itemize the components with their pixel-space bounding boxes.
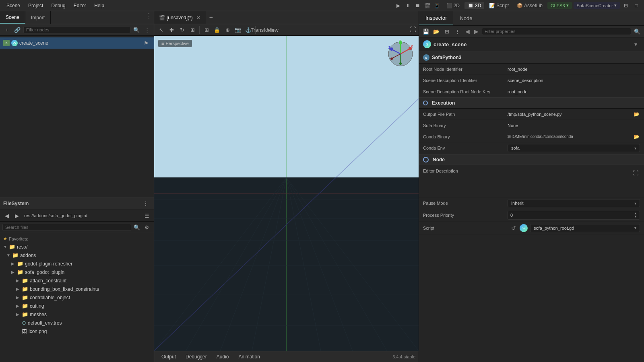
fullscreen-btn[interactable]: ⛶ [631,169,640,177]
snap-tool-button[interactable]: ⊞ [202,25,211,34]
view-2d-btn[interactable]: ⬛ 2D [443,2,463,9]
stepper-down[interactable]: ▼ [634,215,637,218]
fs-item-meshes[interactable]: ▶ 📁 meshes [0,310,154,319]
script-dropdown[interactable]: sofa_python_root.gd ▾ [530,224,640,232]
select-tool-button[interactable]: ↖ [157,25,165,34]
inspector-forward-btn[interactable]: ▶ [472,27,480,36]
rotate-tool-button[interactable]: ↻ [178,25,186,34]
menu-debug[interactable]: Debug [48,2,68,9]
filesystem-menu[interactable]: ⋮ [141,199,151,208]
version-label: 3.4.4.stable [392,354,415,359]
fs-item-env[interactable]: ▶ ⊙ default_env.tres [0,319,154,327]
fs-item-bbox[interactable]: ▶ 📁 bounding_box_fixed_constraints [0,285,154,293]
instance-button[interactable]: 🔗 [13,25,22,34]
scene-godot-icon: G [423,40,431,48]
fs-item-addons[interactable]: ▼ 📁 addons [0,251,154,259]
menu-scene[interactable]: Scene [3,2,23,9]
scene-creator-badge[interactable]: SofaSceneCreator ▾ [574,2,620,9]
view-script-btn[interactable]: 📝 Script [486,2,512,9]
fs-search-button[interactable]: 🔍 [132,223,141,232]
scene-flags-button[interactable]: ⚑ [142,39,151,47]
play-button[interactable]: ▶ [394,1,403,10]
play-scene-button[interactable]: 🎬 [423,1,432,10]
fs-forward-button[interactable]: ▶ [12,211,21,220]
tab-node[interactable]: Node [453,11,479,25]
search-nodes-button[interactable]: 🔍 [132,25,141,34]
inspector-more-btn[interactable]: ⋮ [453,27,462,36]
move-tool-button[interactable]: ✚ [167,25,176,34]
filter-nodes-input[interactable] [23,26,130,33]
menu-project[interactable]: Project [25,2,46,9]
node-section[interactable]: Node [419,154,644,165]
tab-close-button[interactable]: ✕ [196,14,201,21]
scene-expand-btn[interactable]: ▾ [631,40,640,49]
perspective-label[interactable]: ≡ Perspective [158,40,192,47]
filter-properties-input[interactable] [482,28,631,35]
folder-icon-meshes: 📁 [22,311,28,317]
add-node-button[interactable]: + [2,25,11,34]
tree-node-create-scene[interactable]: S G create_scene ⚑ [0,37,154,49]
fs-item-res[interactable]: ▼ 📁 res:// [0,243,154,251]
view-3d-btn[interactable]: 🔲 3D [464,2,484,9]
fs-item-icon[interactable]: ▶ 🖼 icon.png [0,327,154,335]
conda-env-dropdown[interactable]: sofa ▾ [508,144,640,152]
gizmo-widget[interactable]: Y X Z [386,40,415,68]
scene-panel-menu[interactable]: ⋮ [144,11,154,24]
prop-sofa-binary: Sofa Binary None [419,120,644,131]
fs-item-cutting[interactable]: ▶ 📁 cutting [0,302,154,310]
fs-filter-button[interactable]: ⚙ [142,223,151,232]
view-button[interactable]: View [268,25,277,34]
gles-badge[interactable]: GLES3 ▾ [547,2,572,9]
fs-back-button[interactable]: ◀ [2,211,11,220]
search-files-input[interactable] [2,224,131,231]
pause-mode-dropdown[interactable]: Inherit ▾ [508,199,640,207]
scale-tool-button[interactable]: ⊞ [188,25,197,34]
script-row: Script ↺ G sofa_python_root.gd ▾ [419,222,644,234]
menu-help[interactable]: Help [91,2,107,9]
fs-layout-button[interactable]: ☰ [142,211,151,220]
folder-icon-sofa: 📁 [17,269,23,275]
inspector-save-btn[interactable]: 💾 [421,27,430,36]
inspector-floppy-btn[interactable]: ⊟ [442,27,451,36]
viewport-expand-button[interactable]: ⛶ [410,26,416,33]
lock-button[interactable]: 🔒 [213,25,221,34]
prop-label-conda-binary: Conda Binary [423,134,508,139]
process-priority-stepper[interactable]: 0 ▲ ▼ [508,211,640,220]
fs-item-attach[interactable]: ▶ 📁 attach_constraint [0,276,154,285]
tab-scene[interactable]: Scene [0,11,25,24]
deploy-button[interactable]: 📱 [433,1,442,10]
fs-item-ctrl[interactable]: ▶ 📁 controllable_object [0,293,154,302]
viewport-canvas[interactable]: ≡ Perspective [154,36,419,351]
view-assetlib-btn[interactable]: 📦 AssetLib [514,2,546,9]
inspector-search-btn[interactable]: 🔍 [633,27,642,36]
prop-folder-btn-output[interactable]: 📂 [633,111,640,118]
tab-import[interactable]: Import [25,11,51,24]
viewport-tab-unsaved[interactable]: 🎬 [unsaved](*) ✕ [154,11,206,24]
tab-inspector[interactable]: Inspector [419,11,453,25]
sofapython3-section[interactable]: S SofaPython3 [419,51,644,64]
prop-scene-root-key: Scene Description Root Node Key root_nod… [419,86,644,97]
stop-button[interactable]: ⏹ [413,1,422,10]
script-refresh-btn[interactable]: ↺ [510,224,517,232]
fs-item-godot-refresher[interactable]: ▶ 📁 godot-plugin-refresher [0,259,154,268]
chevron-down-icon-addons: ▼ [6,253,10,257]
tab-output[interactable]: Output [157,353,180,360]
tab-animation[interactable]: Animation [234,353,264,360]
menu-editor[interactable]: Editor [70,2,89,9]
pivot-button[interactable]: ⊕ [223,25,232,34]
inspector-folder-btn[interactable]: 📂 [432,27,441,36]
fs-item-sofa-plugin[interactable]: ▶ 📁 sofa_godot_plugin [0,268,154,276]
scene-options-button[interactable]: ⋮ [142,25,151,34]
tab-debugger[interactable]: Debugger [182,353,211,360]
pause-button[interactable]: ⏸ [404,1,413,10]
prop-folder-btn-conda[interactable]: 📂 [633,133,640,140]
window-minimize[interactable]: ⊟ [621,1,630,10]
execution-section[interactable]: Execution [419,97,644,109]
tab-audio[interactable]: Audio [213,353,233,360]
transform-button[interactable]: Transform [258,25,267,34]
camera-button[interactable]: 📷 [233,25,242,34]
window-maximize[interactable]: □ [632,1,641,10]
stepper-arrows: ▲ ▼ [634,212,637,218]
tab-add-button[interactable]: + [206,14,216,21]
inspector-back-btn[interactable]: ◀ [463,27,471,36]
